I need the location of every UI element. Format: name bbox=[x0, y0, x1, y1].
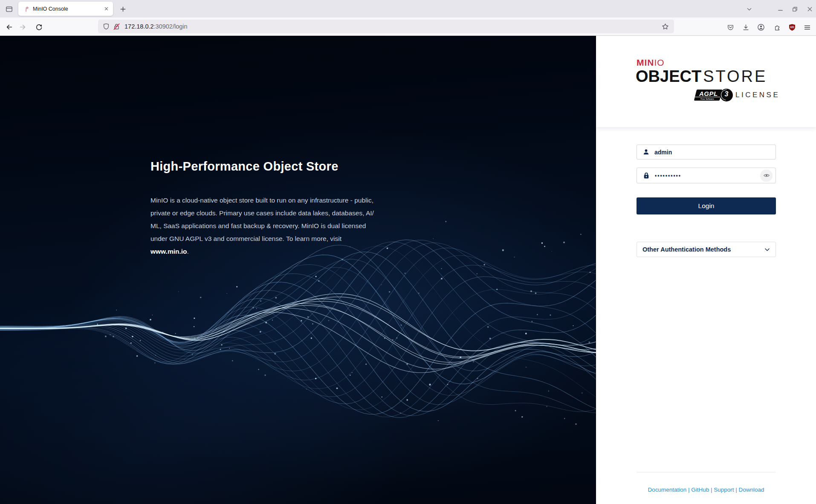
license-row: AGPL Free Software 3 LICENSE bbox=[637, 89, 776, 102]
url-host: 172.18.0.2 bbox=[124, 23, 154, 30]
username-field[interactable]: admin bbox=[637, 145, 776, 159]
footer-link-support[interactable]: Support bbox=[714, 487, 734, 493]
password-value: •••••••••• bbox=[655, 173, 681, 179]
hero-description: MinIO is a cloud-native object store bui… bbox=[150, 194, 374, 258]
close-icon[interactable] bbox=[804, 3, 815, 14]
back-icon[interactable] bbox=[3, 21, 14, 32]
user-icon bbox=[642, 148, 650, 156]
eye-icon bbox=[763, 172, 770, 179]
login-panel: MINIO OBJECTSTORE AGPL Free Software 3 L… bbox=[596, 36, 816, 504]
username-value: admin bbox=[654, 149, 672, 156]
hero-description-line: MinIO is a cloud-native object store bui… bbox=[150, 194, 374, 207]
tab-title: MinIO Console bbox=[33, 6, 101, 12]
login-button-label: Login bbox=[698, 202, 715, 210]
url-text: 172.18.0.2:30902/login bbox=[124, 23, 657, 30]
license-label: LICENSE bbox=[735, 91, 780, 99]
browser-tab-minio-console[interactable]: MinIO Console bbox=[18, 2, 113, 16]
brand-light: IO bbox=[654, 58, 665, 67]
agpl-version-badge: 3 bbox=[720, 89, 733, 101]
tracking-shield-icon[interactable] bbox=[103, 23, 110, 30]
chevron-down-icon bbox=[764, 246, 770, 253]
footer-link-download[interactable]: Download bbox=[739, 487, 764, 493]
download-icon[interactable] bbox=[740, 22, 751, 33]
login-button[interactable]: Login bbox=[637, 197, 776, 214]
hero-description-line: ML, SaaS applications and fast backup & … bbox=[150, 220, 374, 232]
minio-website-link: www.min.io bbox=[150, 248, 187, 255]
footer-link-documentation[interactable]: Documentation bbox=[648, 487, 686, 493]
pocket-icon[interactable] bbox=[725, 22, 736, 33]
footer-link-github[interactable]: GitHub bbox=[691, 487, 709, 493]
agpl-version-number: 3 bbox=[720, 90, 733, 98]
product-light: STORE bbox=[703, 67, 767, 85]
svg-text:UO: UO bbox=[790, 26, 794, 29]
account-icon[interactable] bbox=[755, 22, 767, 33]
menu-icon[interactable] bbox=[802, 22, 813, 33]
brand-bold: MIN bbox=[637, 58, 654, 67]
link-suffix: . bbox=[187, 248, 189, 255]
minio-wordmark: MINIO bbox=[637, 58, 665, 68]
firefox-view-icon bbox=[6, 6, 13, 13]
hero-description-line: private or edge clouds. Primary use case… bbox=[150, 207, 374, 220]
minio-favicon bbox=[23, 6, 29, 12]
ublock-shield-icon[interactable]: UO bbox=[787, 22, 798, 33]
extensions-icon[interactable] bbox=[771, 22, 782, 33]
firefox-view-button[interactable] bbox=[4, 4, 14, 14]
insecure-lock-icon[interactable] bbox=[113, 23, 120, 30]
panel-footer: Documentation | GitHub | Support | Downl… bbox=[596, 487, 816, 493]
password-field[interactable]: •••••••••• bbox=[637, 168, 776, 183]
browser-window: MinIO Console bbox=[0, 0, 816, 504]
hero-title: High-Performance Object Store bbox=[150, 159, 339, 174]
object-store-wordmark: OBJECTSTORE bbox=[636, 67, 767, 86]
minimize-icon[interactable] bbox=[775, 3, 786, 14]
other-auth-label: Other Authentication Methods bbox=[642, 246, 764, 253]
footer-separator: | bbox=[686, 487, 691, 493]
forward-icon[interactable] bbox=[17, 21, 28, 32]
browser-titlebar: MinIO Console bbox=[0, 0, 816, 17]
agpl-badge-text: AGPL bbox=[696, 90, 721, 97]
tab-close-icon[interactable] bbox=[101, 4, 111, 14]
hero-description-line: under GNU AGPL v3 and commercial license… bbox=[150, 232, 374, 245]
footer-divider bbox=[637, 472, 776, 472]
wave-graphic bbox=[0, 36, 596, 504]
hero-panel: High-Performance Object Store MinIO is a… bbox=[0, 36, 596, 504]
reload-icon[interactable] bbox=[33, 21, 44, 32]
new-tab-icon[interactable] bbox=[118, 4, 128, 14]
tab-list-chevron-icon[interactable] bbox=[744, 3, 755, 14]
footer-separator: | bbox=[709, 487, 714, 493]
toggle-password-visibility-button[interactable] bbox=[760, 169, 773, 182]
url-path: :30902/login bbox=[154, 23, 188, 30]
agpl-badge-subtext: Free Software bbox=[694, 97, 720, 100]
agpl-badge: AGPL Free Software bbox=[694, 90, 722, 101]
restore-icon[interactable] bbox=[789, 3, 800, 14]
logo-header: MINIO OBJECTSTORE AGPL Free Software 3 L… bbox=[596, 36, 816, 127]
url-bar[interactable]: 172.18.0.2:30902/login bbox=[98, 20, 674, 33]
lock-icon bbox=[642, 172, 650, 180]
bookmark-star-icon[interactable] bbox=[662, 23, 669, 30]
product-bold: OBJECT bbox=[636, 67, 701, 85]
other-auth-methods-button[interactable]: Other Authentication Methods bbox=[637, 242, 776, 257]
footer-separator: | bbox=[734, 487, 739, 493]
